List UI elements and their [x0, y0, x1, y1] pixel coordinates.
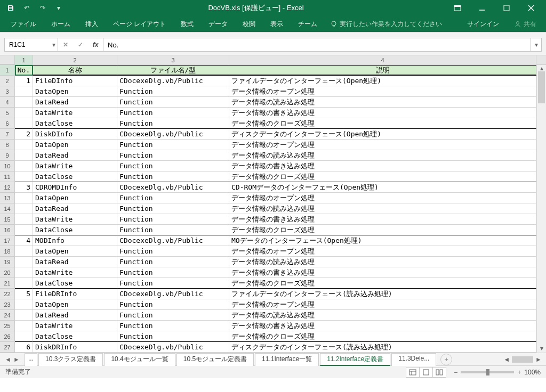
row-header[interactable]: 15	[0, 214, 15, 225]
zoom-slider[interactable]	[461, 371, 514, 373]
cell[interactable]: CDocexeDlg.vb/Public	[117, 235, 229, 246]
cell[interactable]: データ情報のクローズ処理	[229, 225, 536, 235]
tell-me[interactable]: 実行したい作業を入力してください	[330, 20, 442, 29]
cell[interactable]: データ情報のクローズ処理	[229, 118, 536, 129]
hscroll-thumb[interactable]	[512, 356, 533, 363]
page-break-view-icon[interactable]	[432, 367, 446, 378]
cell[interactable]: データ情報のオープン処理	[229, 86, 536, 97]
tab-view[interactable]: 表示	[264, 16, 290, 32]
cell[interactable]: DataOpen	[33, 246, 117, 257]
cell[interactable]: CDocexeDlg.vb/Public	[117, 76, 229, 86]
cell[interactable]: データ情報の書き込み処理	[229, 267, 536, 278]
tab-team[interactable]: チーム	[292, 16, 324, 32]
cell[interactable]: DataOpen	[33, 140, 117, 150]
sheet-tab[interactable]: 11.1Interface一覧	[255, 353, 319, 366]
cell[interactable]: DataWrite	[33, 161, 117, 172]
cell[interactable]: DataRead	[33, 257, 117, 267]
cell[interactable]: Function	[117, 267, 229, 278]
redo-icon[interactable]: ↷	[35, 2, 50, 14]
cell[interactable]: CDROMDInfo	[33, 182, 117, 193]
row-header[interactable]: 26	[0, 331, 15, 342]
row-header[interactable]: 18	[0, 246, 15, 257]
cell[interactable]: ディスクデータのインターフェース(Open処理)	[229, 129, 536, 140]
cell[interactable]	[15, 299, 33, 310]
cell[interactable]	[15, 172, 33, 182]
row-header[interactable]: 14	[0, 203, 15, 214]
signin-button[interactable]: サインイン	[460, 20, 507, 29]
formula-input[interactable]: No.	[103, 38, 531, 51]
share-button[interactable]: 共有	[509, 20, 542, 29]
cell[interactable]	[15, 118, 33, 129]
row-header[interactable]: 21	[0, 278, 15, 289]
cell[interactable]: 4	[15, 235, 33, 246]
select-all-button[interactable]	[0, 55, 15, 64]
ribbon-display-icon[interactable]	[446, 1, 469, 15]
cell[interactable]: データ情報のクローズ処理	[229, 331, 536, 342]
cell[interactable]: Function	[117, 193, 229, 203]
row-header[interactable]: 23	[0, 299, 15, 310]
row-header[interactable]: 22	[0, 289, 15, 299]
cell[interactable]: 説明	[229, 65, 536, 76]
cell[interactable]	[15, 150, 33, 161]
scroll-down-icon[interactable]: ▾	[537, 344, 546, 353]
cell[interactable]: Function	[117, 225, 229, 235]
name-box[interactable]: R1C1 ▾	[5, 38, 58, 51]
row-header[interactable]: 24	[0, 310, 15, 321]
cell[interactable]: Function	[117, 299, 229, 310]
cell[interactable]	[15, 257, 33, 267]
cell[interactable]: DataClose	[33, 331, 117, 342]
sheet-nav-next-icon[interactable]: ►	[13, 356, 20, 363]
cell[interactable]: Function	[117, 246, 229, 257]
cell[interactable]: Function	[117, 118, 229, 129]
scrollbar-thumb[interactable]	[538, 71, 545, 103]
formula-expand-icon[interactable]: ▾	[531, 38, 541, 51]
col-header-4[interactable]: 4	[229, 55, 536, 64]
cell[interactable]	[15, 161, 33, 172]
cell[interactable]: CDocexeDlg.vb/Public	[117, 342, 229, 353]
cell[interactable]: データ情報の読み込み処理	[229, 97, 536, 108]
row-header[interactable]: 11	[0, 172, 15, 182]
row-header[interactable]: 4	[0, 97, 15, 108]
vertical-scrollbar[interactable]: ▴ ▾	[536, 65, 546, 353]
cell[interactable]: Function	[117, 257, 229, 267]
cell[interactable]	[15, 310, 33, 321]
cell[interactable]: DataWrite	[33, 108, 117, 118]
cell[interactable]: Function	[117, 172, 229, 182]
row-header[interactable]: 16	[0, 225, 15, 235]
cell[interactable]: データ情報のクローズ処理	[229, 172, 536, 182]
cell[interactable]: DataRead	[33, 310, 117, 321]
cell[interactable]	[15, 140, 33, 150]
cell[interactable]	[15, 97, 33, 108]
cell[interactable]: CDocexeDlg.vb/Public	[117, 289, 229, 299]
cancel-icon[interactable]: ✕	[58, 41, 73, 48]
row-header[interactable]: 9	[0, 150, 15, 161]
sheet-tab[interactable]: 11.3Dele...	[391, 353, 436, 366]
row-header[interactable]: 2	[0, 76, 15, 86]
cell[interactable]: DataRead	[33, 97, 117, 108]
cell[interactable]: 名称	[33, 65, 117, 76]
cell[interactable]: CD-ROMデータのインターフェース(Open処理)	[229, 182, 536, 193]
save-icon[interactable]	[3, 2, 18, 14]
cell[interactable]: データ情報のオープン処理	[229, 246, 536, 257]
horizontal-scrollbar[interactable]: ◄ ►	[503, 356, 546, 363]
cell[interactable]: DataClose	[33, 172, 117, 182]
col-header-3[interactable]: 3	[117, 55, 229, 64]
row-header[interactable]: 20	[0, 267, 15, 278]
cell[interactable]: データ情報の読み込み処理	[229, 257, 536, 267]
cell[interactable]: 1	[15, 76, 33, 86]
cell[interactable]: ファイル名/型	[117, 65, 229, 76]
page-layout-view-icon[interactable]	[419, 367, 433, 378]
cell[interactable]: DataRead	[33, 150, 117, 161]
cell[interactable]	[15, 203, 33, 214]
cell[interactable]: Function	[117, 310, 229, 321]
new-sheet-button[interactable]: +	[440, 354, 452, 365]
cell[interactable]	[15, 86, 33, 97]
cell[interactable]: Function	[117, 108, 229, 118]
tab-insert[interactable]: 挿入	[79, 16, 105, 32]
cell[interactable]: DataRead	[33, 203, 117, 214]
cell[interactable]: 2	[15, 129, 33, 140]
tab-file[interactable]: ファイル	[4, 16, 43, 32]
cell[interactable]	[15, 225, 33, 235]
cell[interactable]: ファイルデータのインターフェース(読み込み処理)	[229, 289, 536, 299]
col-header-2[interactable]: 2	[33, 55, 117, 64]
